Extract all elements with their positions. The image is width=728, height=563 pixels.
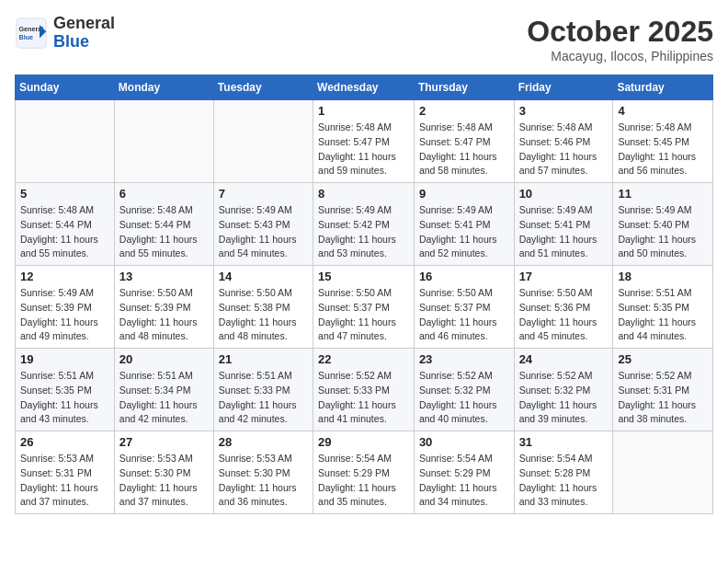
- day-cell: [213, 100, 313, 183]
- weekday-header-row: Sunday Monday Tuesday Wednesday Thursday…: [16, 75, 713, 100]
- day-cell: 27 Sunrise: 5:53 AM Sunset: 5:30 PM Dayl…: [114, 431, 213, 514]
- sunset-text: Sunset: 5:37 PM: [419, 302, 491, 313]
- sunset-text: Sunset: 5:39 PM: [20, 302, 92, 313]
- sunrise-text: Sunrise: 5:48 AM: [618, 121, 691, 132]
- daylight-text: Daylight: 11 hours and 53 minutes.: [318, 234, 396, 259]
- svg-text:Blue: Blue: [19, 33, 34, 41]
- day-info: Sunrise: 5:50 AM Sunset: 5:37 PM Dayligh…: [419, 286, 509, 344]
- sunset-text: Sunset: 5:33 PM: [318, 385, 390, 396]
- sunset-text: Sunset: 5:44 PM: [20, 219, 92, 230]
- day-info: Sunrise: 5:53 AM Sunset: 5:31 PM Dayligh…: [20, 452, 109, 510]
- day-number: 17: [519, 270, 609, 283]
- logo-blue-text: Blue: [53, 32, 89, 51]
- day-cell: 8 Sunrise: 5:49 AM Sunset: 5:42 PM Dayli…: [313, 183, 415, 266]
- day-info: Sunrise: 5:48 AM Sunset: 5:44 PM Dayligh…: [20, 203, 109, 261]
- day-info: Sunrise: 5:49 AM Sunset: 5:41 PM Dayligh…: [419, 203, 509, 261]
- sunrise-text: Sunrise: 5:48 AM: [419, 121, 493, 132]
- day-cell: 26 Sunrise: 5:53 AM Sunset: 5:31 PM Dayl…: [16, 431, 115, 514]
- sunset-text: Sunset: 5:29 PM: [318, 467, 390, 478]
- daylight-text: Daylight: 11 hours and 36 minutes.: [219, 482, 297, 508]
- sunrise-text: Sunrise: 5:54 AM: [519, 453, 593, 464]
- sunrise-text: Sunrise: 5:49 AM: [318, 204, 392, 215]
- day-cell: 25 Sunrise: 5:52 AM Sunset: 5:31 PM Dayl…: [613, 349, 713, 431]
- sunrise-text: Sunrise: 5:48 AM: [119, 204, 193, 215]
- day-number: 26: [20, 435, 109, 449]
- day-number: 16: [419, 270, 509, 283]
- day-info: Sunrise: 5:51 AM Sunset: 5:34 PM Dayligh…: [119, 369, 209, 427]
- day-info: Sunrise: 5:48 AM Sunset: 5:47 PM Dayligh…: [419, 121, 509, 178]
- day-cell: 23 Sunrise: 5:52 AM Sunset: 5:32 PM Dayl…: [414, 349, 514, 431]
- day-info: Sunrise: 5:52 AM Sunset: 5:33 PM Dayligh…: [318, 369, 409, 427]
- sunset-text: Sunset: 5:28 PM: [519, 467, 591, 478]
- day-cell: 1 Sunrise: 5:48 AM Sunset: 5:47 PM Dayli…: [313, 100, 415, 183]
- sunrise-text: Sunrise: 5:50 AM: [318, 287, 392, 298]
- day-number: 18: [618, 270, 708, 283]
- col-thursday: Thursday: [414, 75, 514, 100]
- sunrise-text: Sunrise: 5:51 AM: [119, 370, 193, 381]
- daylight-text: Daylight: 11 hours and 35 minutes.: [318, 482, 396, 508]
- day-number: 14: [219, 270, 308, 283]
- day-number: 28: [219, 435, 308, 449]
- sunrise-text: Sunrise: 5:49 AM: [618, 204, 691, 215]
- sunrise-text: Sunrise: 5:48 AM: [318, 121, 392, 132]
- sunset-text: Sunset: 5:43 PM: [219, 219, 290, 230]
- day-info: Sunrise: 5:53 AM Sunset: 5:30 PM Dayligh…: [219, 452, 308, 510]
- day-info: Sunrise: 5:53 AM Sunset: 5:30 PM Dayligh…: [119, 452, 209, 510]
- day-cell: [114, 100, 213, 183]
- sunset-text: Sunset: 5:46 PM: [519, 136, 591, 147]
- daylight-text: Daylight: 11 hours and 40 minutes.: [419, 399, 497, 425]
- day-number: 3: [519, 104, 609, 118]
- sunrise-text: Sunrise: 5:50 AM: [219, 287, 292, 298]
- sunrise-text: Sunrise: 5:50 AM: [119, 287, 193, 298]
- week-row-4: 19 Sunrise: 5:51 AM Sunset: 5:35 PM Dayl…: [16, 349, 713, 431]
- day-number: 8: [318, 187, 409, 201]
- daylight-text: Daylight: 11 hours and 55 minutes.: [20, 234, 98, 259]
- daylight-text: Daylight: 11 hours and 39 minutes.: [519, 399, 597, 425]
- daylight-text: Daylight: 11 hours and 37 minutes.: [119, 482, 198, 508]
- day-info: Sunrise: 5:49 AM Sunset: 5:43 PM Dayligh…: [219, 203, 308, 261]
- day-number: 25: [618, 352, 708, 366]
- day-cell: 21 Sunrise: 5:51 AM Sunset: 5:33 PM Dayl…: [213, 349, 313, 431]
- daylight-text: Daylight: 11 hours and 43 minutes.: [20, 399, 98, 425]
- sunset-text: Sunset: 5:29 PM: [419, 467, 491, 478]
- day-cell: 20 Sunrise: 5:51 AM Sunset: 5:34 PM Dayl…: [114, 349, 213, 431]
- daylight-text: Daylight: 11 hours and 33 minutes.: [519, 482, 597, 508]
- day-number: 11: [618, 187, 708, 201]
- day-info: Sunrise: 5:52 AM Sunset: 5:32 PM Dayligh…: [519, 369, 609, 427]
- sunset-text: Sunset: 5:31 PM: [618, 385, 689, 396]
- sunset-text: Sunset: 5:47 PM: [419, 136, 491, 147]
- day-info: Sunrise: 5:48 AM Sunset: 5:44 PM Dayligh…: [119, 203, 209, 261]
- sunset-text: Sunset: 5:47 PM: [318, 136, 390, 147]
- day-number: 2: [419, 104, 509, 118]
- day-info: Sunrise: 5:50 AM Sunset: 5:37 PM Dayligh…: [318, 286, 409, 344]
- day-info: Sunrise: 5:49 AM Sunset: 5:42 PM Dayligh…: [318, 203, 409, 261]
- sunrise-text: Sunrise: 5:49 AM: [20, 287, 94, 298]
- sunset-text: Sunset: 5:42 PM: [318, 219, 390, 230]
- sunset-text: Sunset: 5:41 PM: [519, 219, 591, 230]
- sunrise-text: Sunrise: 5:49 AM: [419, 204, 493, 215]
- sunset-text: Sunset: 5:36 PM: [519, 302, 591, 313]
- col-tuesday: Tuesday: [213, 75, 313, 100]
- logo-text: General Blue: [53, 15, 115, 52]
- daylight-text: Daylight: 11 hours and 59 minutes.: [318, 151, 396, 177]
- day-number: 21: [219, 352, 308, 366]
- day-info: Sunrise: 5:51 AM Sunset: 5:35 PM Dayligh…: [20, 369, 109, 427]
- day-info: Sunrise: 5:52 AM Sunset: 5:32 PM Dayligh…: [419, 369, 509, 427]
- sunset-text: Sunset: 5:38 PM: [219, 302, 290, 313]
- day-number: 6: [119, 187, 209, 201]
- daylight-text: Daylight: 11 hours and 38 minutes.: [618, 399, 696, 425]
- daylight-text: Daylight: 11 hours and 55 minutes.: [119, 234, 198, 259]
- daylight-text: Daylight: 11 hours and 47 minutes.: [318, 316, 396, 342]
- day-cell: 17 Sunrise: 5:50 AM Sunset: 5:36 PM Dayl…: [514, 266, 613, 349]
- month-title: October 2025: [527, 15, 713, 49]
- calendar-table: Sunday Monday Tuesday Wednesday Thursday…: [15, 75, 713, 514]
- day-cell: 11 Sunrise: 5:49 AM Sunset: 5:40 PM Dayl…: [613, 183, 713, 266]
- sunrise-text: Sunrise: 5:52 AM: [318, 370, 392, 381]
- sunset-text: Sunset: 5:34 PM: [119, 385, 191, 396]
- logo: General Blue General Blue: [15, 15, 115, 52]
- daylight-text: Daylight: 11 hours and 42 minutes.: [219, 399, 297, 425]
- day-cell: 16 Sunrise: 5:50 AM Sunset: 5:37 PM Dayl…: [414, 266, 514, 349]
- sunrise-text: Sunrise: 5:54 AM: [419, 453, 493, 464]
- sunrise-text: Sunrise: 5:51 AM: [20, 370, 94, 381]
- title-section: October 2025 Macayug, Ilocos, Philippine…: [527, 15, 713, 63]
